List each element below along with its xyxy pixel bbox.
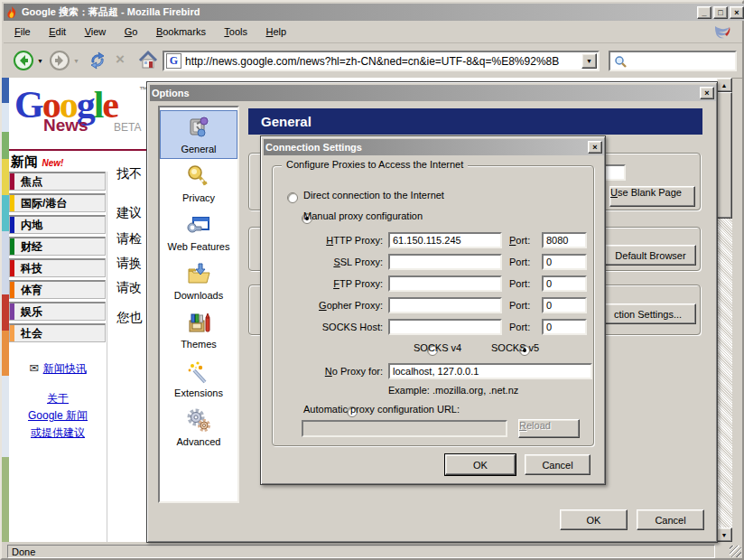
options-cancel-button[interactable]: Cancel bbox=[637, 509, 704, 530]
logo-letter: l bbox=[94, 84, 103, 126]
options-title: Options bbox=[152, 88, 190, 98]
direct-connection-label[interactable]: Direct connection to the Internet bbox=[303, 190, 444, 201]
about-link-2[interactable]: Google 新闻 bbox=[28, 409, 88, 422]
options-sidebar-themes[interactable]: Themes bbox=[160, 305, 237, 354]
about-link-3[interactable]: 或提供建议 bbox=[31, 426, 85, 439]
forward-dropdown-icon[interactable]: ▼ bbox=[73, 58, 79, 64]
window-title: Google 搜索：蒋品超 - Mozilla Firebird bbox=[22, 5, 200, 19]
download-folder-icon bbox=[185, 261, 212, 290]
default-browser-button[interactable]: Default Browser bbox=[605, 245, 696, 266]
no-proxy-field[interactable] bbox=[388, 363, 592, 379]
url-bar[interactable]: G http://news.google.com/news?hl=zh-CN&n… bbox=[163, 51, 600, 71]
category-label[interactable]: 科技 bbox=[14, 261, 42, 276]
resize-grip[interactable] bbox=[730, 546, 741, 557]
scroll-down-arrow[interactable]: ▼ bbox=[716, 527, 732, 542]
category-label[interactable]: 内地 bbox=[14, 218, 42, 233]
logo-news: News bbox=[43, 116, 88, 135]
no-proxy-example: Example: .mozilla.org, .net.nz bbox=[388, 385, 518, 396]
options-sidebar-web-features[interactable]: Web Features bbox=[160, 208, 237, 257]
news-alerts-link[interactable]: 新闻快讯 bbox=[43, 362, 87, 375]
menu-file[interactable]: File bbox=[7, 23, 38, 40]
options-titlebar[interactable]: Options × bbox=[150, 85, 716, 101]
page-text-fragment: 找不 bbox=[116, 166, 142, 182]
ssl-port-label: Port: bbox=[509, 257, 530, 267]
socks-v4-label[interactable]: SOCKS v4 bbox=[414, 342, 461, 353]
use-blank-page-button[interactable]: Use Blank Page bbox=[609, 186, 695, 207]
options-close-button[interactable]: × bbox=[700, 87, 714, 99]
menu-view[interactable]: View bbox=[78, 23, 114, 40]
page-text-fragment: 请改 bbox=[116, 280, 142, 296]
sidebar-item-yule[interactable]: 娱乐 bbox=[9, 302, 106, 321]
logo-letter: e bbox=[102, 84, 117, 126]
gopher-port-field[interactable] bbox=[542, 297, 587, 313]
close-button[interactable]: × bbox=[730, 6, 744, 19]
ssl-port-field[interactable] bbox=[542, 254, 587, 270]
category-label[interactable]: 体育 bbox=[14, 283, 42, 298]
sidebar-item-guoji[interactable]: 国际/港台 bbox=[9, 193, 106, 212]
options-sidebar-privacy[interactable]: Privacy bbox=[160, 159, 237, 208]
options-ok-button[interactable]: OK bbox=[560, 509, 628, 530]
reload-button[interactable] bbox=[87, 50, 108, 75]
url-dropdown-button[interactable]: ▼ bbox=[581, 53, 597, 69]
search-input[interactable] bbox=[609, 51, 737, 71]
panel-title: General bbox=[261, 114, 312, 129]
url-text[interactable]: http://news.google.com/news?hl=zh-CN&ned… bbox=[185, 55, 581, 68]
options-sidebar-downloads[interactable]: Downloads bbox=[160, 257, 237, 305]
google-news-logo[interactable]: Google ™ News BETA bbox=[14, 83, 150, 139]
sidebar-item-shehui[interactable]: 社会 bbox=[9, 323, 106, 342]
socks-host-field[interactable] bbox=[388, 319, 502, 335]
connection-cancel-button[interactable]: Cancel bbox=[525, 454, 591, 475]
category-label[interactable]: 财经 bbox=[14, 239, 42, 255]
options-sidebar-general[interactable]: General bbox=[160, 110, 237, 159]
window-titlebar[interactable]: Google 搜索：蒋品超 - Mozilla Firebird _ □ × bbox=[4, 4, 744, 21]
http-proxy-field[interactable] bbox=[388, 232, 502, 248]
ftp-port-field[interactable] bbox=[542, 275, 587, 292]
socks-v5-label[interactable]: SOCKS v5 bbox=[491, 342, 539, 353]
category-label[interactable]: 焦点 bbox=[14, 174, 42, 190]
sidebar-item-keji[interactable]: 科技 bbox=[9, 258, 106, 277]
options-sidebar-label: General bbox=[181, 144, 216, 154]
menu-bookmarks[interactable]: Bookmarks bbox=[149, 23, 213, 40]
http-port-field[interactable] bbox=[542, 232, 587, 248]
forward-button[interactable] bbox=[49, 50, 70, 75]
http-proxy-label: HTTP Proxy: bbox=[280, 235, 383, 246]
connection-settings-button[interactable]: ction Settings... bbox=[600, 303, 696, 324]
maximize-button[interactable]: □ bbox=[713, 6, 728, 19]
category-nav: 焦点 国际/港台 内地 财经 科技 体育 娱乐 社会 bbox=[9, 172, 108, 345]
socks-port-field[interactable] bbox=[542, 319, 587, 335]
category-label[interactable]: 国际/港台 bbox=[14, 196, 67, 211]
ssl-proxy-field[interactable] bbox=[388, 254, 502, 270]
sidebar-item-jiaodian[interactable]: 焦点 bbox=[9, 172, 106, 191]
page-scrollbar[interactable]: ▲ ▼ bbox=[716, 78, 732, 542]
back-button[interactable] bbox=[13, 50, 34, 75]
gopher-proxy-field[interactable] bbox=[388, 297, 502, 313]
connection-titlebar[interactable]: Connection Settings × bbox=[264, 139, 604, 155]
menu-help[interactable]: Help bbox=[259, 23, 294, 40]
connection-close-button[interactable]: × bbox=[588, 141, 602, 154]
auto-proxy-label[interactable]: Automatic proxy configuration URL: bbox=[303, 404, 460, 415]
stop-button[interactable]: × bbox=[116, 51, 125, 69]
category-label[interactable]: 娱乐 bbox=[14, 304, 42, 320]
options-sidebar-extensions[interactable]: Extensions bbox=[160, 354, 237, 403]
sidebar-item-caijing[interactable]: 财经 bbox=[9, 237, 106, 256]
menu-edit[interactable]: Edit bbox=[42, 23, 73, 40]
connection-ok-button[interactable]: OK bbox=[445, 454, 516, 475]
options-sidebar-advanced[interactable]: Advanced bbox=[160, 403, 237, 452]
ftp-proxy-field[interactable] bbox=[388, 275, 502, 292]
logo-letter: G bbox=[14, 84, 42, 126]
auto-proxy-url-field bbox=[302, 420, 507, 437]
home-button[interactable] bbox=[137, 50, 159, 75]
menu-go[interactable]: Go bbox=[117, 23, 145, 40]
menu-tools[interactable]: Tools bbox=[217, 23, 255, 40]
direct-connection-radio[interactable] bbox=[287, 192, 298, 203]
category-label[interactable]: 社会 bbox=[14, 326, 42, 341]
minimize-button[interactable]: _ bbox=[697, 6, 711, 19]
proxies-group-label: Configure Proxies to Access the Internet bbox=[282, 159, 468, 170]
sidebar-item-neidi[interactable]: 内地 bbox=[9, 215, 106, 234]
scroll-up-arrow[interactable]: ▲ bbox=[716, 78, 732, 92]
manual-proxy-label[interactable]: Manual proxy configuration bbox=[303, 210, 423, 221]
sidebar-item-tiyu[interactable]: 体育 bbox=[9, 280, 106, 299]
scrollbar-thumb[interactable] bbox=[716, 92, 732, 219]
back-dropdown-icon[interactable]: ▼ bbox=[37, 58, 43, 64]
about-link-1[interactable]: 关于 bbox=[47, 392, 69, 405]
